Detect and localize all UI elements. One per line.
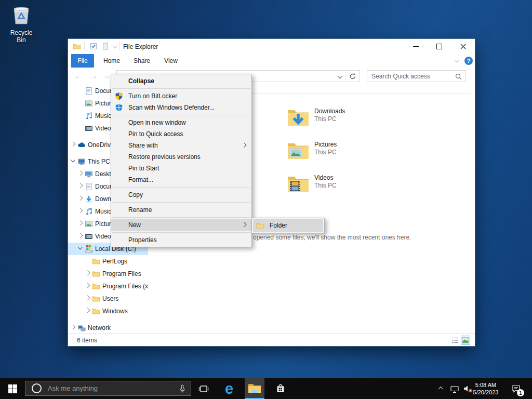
search-icon[interactable] (455, 73, 462, 81)
thumbnail-view-button[interactable] (461, 336, 470, 345)
chevron-up-icon (438, 386, 444, 392)
expand-ribbon-chevron-icon[interactable] (454, 58, 460, 64)
context-menu-item[interactable]: Pin to Quick access (111, 128, 251, 140)
folder-videos-icon (286, 174, 310, 195)
store-icon (275, 384, 286, 393)
expand-chevron-icon[interactable] (77, 233, 85, 240)
store-button[interactable] (271, 378, 290, 399)
context-menu-item[interactable]: Restore previous versions (111, 151, 251, 163)
expand-chevron-icon[interactable] (70, 324, 77, 331)
menu-separator (111, 185, 251, 189)
expand-chevron-icon[interactable] (77, 245, 85, 252)
expand-chevron-icon[interactable] (85, 270, 92, 277)
network-icon (450, 384, 459, 393)
recycle-bin[interactable]: Recycle Bin (6, 4, 36, 44)
ribbon-tabs: File Home Share View ? (68, 54, 475, 68)
context-menu-item[interactable]: Collapse (111, 75, 251, 87)
tray-expand-button[interactable] (434, 378, 447, 399)
file-explorer-taskbar-button[interactable] (245, 378, 264, 399)
tab-view[interactable]: View (159, 54, 182, 68)
recycle-bin-label: Recycle Bin (6, 29, 36, 44)
submenu-arrow-icon (241, 142, 247, 148)
folder-pictures-icon (286, 140, 310, 162)
context-menu-item[interactable]: Scan with Windows Defender... (111, 102, 251, 113)
defender-shield-icon (115, 103, 123, 112)
recent-locations-chevron-icon[interactable] (105, 75, 110, 79)
folder-tile[interactable]: Pictures This PC (286, 140, 401, 171)
items-count: 6 items (77, 337, 97, 344)
help-button[interactable]: ? (464, 57, 473, 65)
expand-chevron-icon[interactable] (77, 183, 85, 190)
expand-chevron-icon[interactable] (77, 208, 85, 215)
expand-chevron-icon[interactable] (77, 170, 85, 178)
context-menu-item[interactable]: Rename (111, 204, 251, 216)
context-menu-item[interactable]: Open in new window (111, 117, 251, 128)
tree-item[interactable]: Program Files (68, 268, 148, 280)
expand-chevron-icon[interactable] (77, 220, 85, 228)
folder-tile[interactable]: Downloads This PC (286, 107, 401, 138)
expand-chevron-icon[interactable] (77, 125, 85, 132)
network-tray-icon[interactable] (448, 378, 461, 399)
clock[interactable]: 5:08 AM 5/20/2023 (472, 378, 500, 399)
task-view-button[interactable] (194, 378, 214, 399)
pictures-icon (85, 220, 94, 228)
expand-chevron-icon[interactable] (77, 87, 85, 95)
desktop: Recycle Bin File Explorer File Home Shar… (0, 0, 532, 399)
qat-newfolder-icon[interactable] (101, 42, 110, 50)
submenu-item[interactable]: Folder (253, 219, 323, 232)
expand-chevron-icon[interactable] (70, 141, 77, 149)
close-button[interactable] (451, 39, 475, 54)
microphone-icon[interactable] (178, 384, 187, 393)
cortana-search-box[interactable]: Ask me anything (25, 381, 191, 396)
context-menu-item[interactable]: Pin to Start (111, 163, 251, 174)
tab-share[interactable]: Share (129, 54, 155, 68)
file-explorer-icon (248, 382, 261, 394)
folder-icon (92, 282, 101, 290)
expand-chevron-icon[interactable] (85, 258, 92, 265)
folder-downloads-icon (286, 107, 310, 129)
recent-files-hint: opened some files, we'll show the most r… (253, 234, 411, 241)
expand-chevron-icon[interactable] (85, 283, 92, 290)
menu-separator (111, 231, 251, 234)
edge-button[interactable]: e (219, 378, 239, 399)
tree-item[interactable]: Users (68, 292, 148, 305)
qat-properties-icon[interactable] (89, 42, 98, 50)
context-menu-item[interactable]: New (111, 219, 251, 231)
details-view-button[interactable] (451, 336, 459, 344)
search-input[interactable]: Search Quick access (367, 70, 466, 82)
context-menu-item[interactable]: Share with (111, 140, 251, 151)
maximize-button[interactable] (427, 39, 451, 54)
context-menu-item[interactable]: Format... (111, 174, 251, 185)
context-menu-item[interactable]: Properties (111, 234, 251, 246)
address-dropdown-chevron-icon[interactable] (337, 74, 343, 80)
back-button[interactable]: ← (74, 71, 82, 80)
videos-icon (85, 232, 94, 241)
recycle-bin-icon (11, 4, 32, 28)
expand-chevron-icon[interactable] (85, 295, 92, 302)
tree-item[interactable]: Network (68, 322, 148, 334)
folder-tile[interactable]: Videos This PC (286, 174, 401, 205)
tab-file[interactable]: File (71, 54, 94, 68)
folder-icon (92, 257, 101, 265)
minimize-button[interactable] (404, 39, 428, 54)
expand-chevron-icon[interactable] (77, 112, 85, 119)
menu-separator (111, 201, 251, 204)
context-menu-item[interactable]: Turn on BitLocker (111, 90, 251, 102)
expand-chevron-icon[interactable] (77, 100, 85, 107)
expand-chevron-icon[interactable] (77, 195, 85, 203)
context-menu-item[interactable]: Copy (111, 189, 251, 201)
refresh-icon[interactable] (349, 72, 357, 81)
tree-item[interactable]: PerfLogs (68, 255, 148, 268)
desktop-icon (85, 170, 94, 178)
expand-chevron-icon[interactable] (70, 158, 77, 165)
tree-item[interactable]: Windows (68, 305, 148, 317)
expand-chevron-icon[interactable] (85, 308, 92, 315)
videos-icon (85, 124, 94, 132)
tab-home[interactable]: Home (98, 54, 125, 68)
forward-button[interactable]: → (90, 71, 98, 80)
music-icon (85, 112, 94, 120)
tree-item[interactable]: Program Files (x86) (68, 280, 148, 292)
start-button[interactable] (0, 378, 25, 399)
qat-customize-chevron-icon[interactable] (112, 44, 118, 50)
taskbar-search-placeholder: Ask me anything (48, 384, 98, 392)
